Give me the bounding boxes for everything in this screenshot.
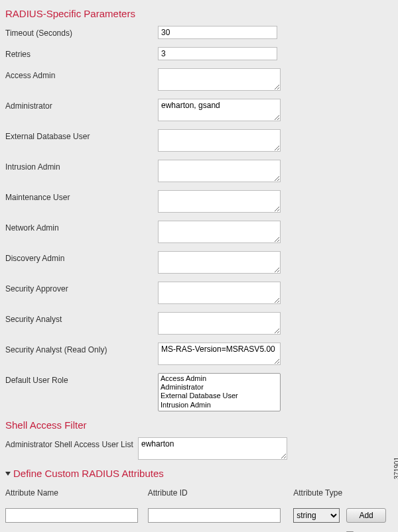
default-role-row: Default User Role Access Admin Administr… [5,373,393,411]
shell-section-title: Shell Access Filter [5,419,393,431]
attr-id-input[interactable] [148,508,281,523]
shell-user-row: Administrator Shell Access User List ewh… [5,437,393,460]
access-admin-input[interactable] [158,68,281,91]
timeout-label: Timeout (Seconds) [5,26,158,38]
retries-input[interactable] [158,47,277,60]
intrusion-admin-input[interactable] [158,160,281,182]
attr-type-select[interactable]: string [293,508,340,523]
sec-approver-input[interactable] [158,282,281,304]
network-admin-label: Network Admin [5,221,158,233]
sec-analyst-ro-row: Security Analyst (Read Only) MS-RAS-Vers… [5,343,393,365]
sec-approver-row: Security Approver [5,282,393,304]
default-role-label: Default User Role [5,373,158,385]
discovery-admin-input[interactable] [158,251,281,274]
sec-analyst-row: Security Analyst [5,312,393,335]
ext-db-user-input[interactable] [158,129,281,152]
default-role-listbox[interactable]: Access Admin Administrator External Data… [158,373,281,411]
discovery-admin-label: Discovery Admin [5,251,158,263]
retries-label: Retries [5,47,158,59]
add-button[interactable]: Add [346,508,386,523]
radius-section-title: RADIUS-Specific Parameters [5,8,393,19]
default-role-option[interactable]: Administrator [159,383,279,392]
access-admin-label: Access Admin [5,68,158,80]
timeout-input[interactable] [158,26,277,39]
network-admin-row: Network Admin [5,221,393,243]
maint-user-input[interactable] [158,190,281,213]
attr-name-input[interactable] [5,508,138,523]
maint-user-row: Maintenance User [5,190,393,213]
access-admin-row: Access Admin [5,68,393,91]
sec-analyst-ro-input[interactable]: MS-RAS-Version=MSRASV5.00 [158,343,281,365]
default-role-option[interactable]: Access Admin [159,374,279,383]
maint-user-label: Maintenance User [5,190,158,202]
attr-name-header: Attribute Name [5,488,148,508]
page-id: 371901 [393,457,398,479]
retries-row: Retries [5,47,393,60]
sec-analyst-label: Security Analyst [5,312,158,324]
chevron-down-icon [5,472,11,476]
timeout-row: Timeout (Seconds) [5,26,393,39]
default-role-option[interactable]: Intrusion Admin [159,401,279,409]
intrusion-admin-label: Intrusion Admin [5,160,158,172]
ext-db-user-label: External Database User [5,129,158,141]
sec-approver-label: Security Approver [5,282,158,293]
administrator-label: Administrator [5,99,158,111]
attr-header-row: Attribute Name Attribute ID Attribute Ty… [5,488,393,523]
default-role-option[interactable]: External Database User [159,392,279,400]
sec-analyst-ro-label: Security Analyst (Read Only) [5,343,158,354]
administrator-row: Administrator ewharton, gsand [5,99,393,121]
administrator-input[interactable]: ewharton, gsand [158,99,281,121]
ext-db-user-row: External Database User [5,129,393,152]
shell-user-label: Administrator Shell Access User List [5,437,138,449]
custom-attr-title: Define Custom RADIUS Attributes [13,468,164,479]
shell-user-input[interactable]: ewharton [138,437,287,460]
custom-attr-toggle[interactable]: Define Custom RADIUS Attributes [5,468,393,479]
attr-id-header: Attribute ID [148,488,294,508]
intrusion-admin-row: Intrusion Admin [5,160,393,182]
sec-analyst-input[interactable] [158,312,281,335]
discovery-admin-row: Discovery Admin [5,251,393,274]
network-admin-input[interactable] [158,221,281,243]
attr-type-header: Attribute Type [293,488,346,508]
